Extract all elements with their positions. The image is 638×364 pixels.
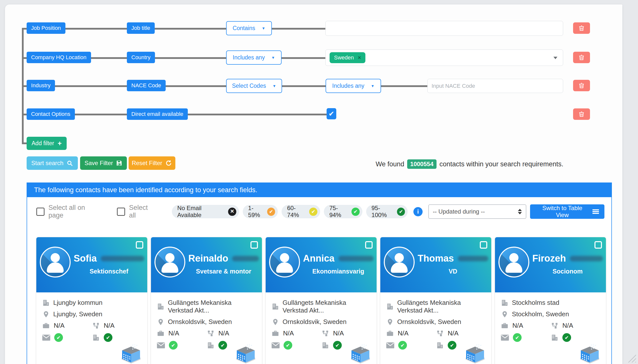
trash-icon [578, 54, 585, 61]
building-icon [42, 299, 50, 306]
select-all-on-page-label: Select all on page [49, 204, 101, 219]
contact-head-text: Sofia Sektionschef [74, 253, 144, 275]
company-info-check-icon [562, 333, 571, 342]
briefcase-icon [42, 322, 50, 330]
pill-label: 60-74% [287, 205, 307, 218]
envelope-icon [501, 334, 509, 341]
resize-grip[interactable] [626, 352, 636, 362]
save-filter-button[interactable]: Save Filter [80, 156, 127, 170]
filter-field-job-title[interactable]: Job title [127, 22, 155, 34]
job-title-input[interactable] [325, 21, 563, 36]
switch-view-label: Switch to Table View [535, 205, 589, 218]
company-name: Ljungby kommun [53, 299, 103, 306]
info-icon[interactable]: i [413, 207, 422, 216]
filter-category-company-hq[interactable]: Company HQ Location [27, 52, 91, 63]
contact-count-badge: 1000554 [407, 159, 436, 169]
contact-card-header: Thomas VD [380, 237, 491, 292]
select-all-group[interactable]: Select all [117, 204, 156, 219]
building-icon [551, 334, 558, 341]
operator-dropdown-includes-any-2[interactable]: Includes any ▼ [326, 79, 381, 93]
delete-filter-button[interactable] [573, 108, 590, 120]
summary-prefix: We found [376, 160, 404, 168]
building-3d-icon [350, 344, 371, 364]
pill-no-email-available[interactable]: No Email Available [172, 205, 239, 218]
contact-select-checkbox[interactable] [136, 241, 143, 249]
contact-select-checkbox[interactable] [365, 241, 373, 249]
avatar [40, 247, 71, 278]
operator-label: Select Codes [232, 82, 266, 89]
select-all-on-page-checkbox[interactable] [36, 208, 45, 216]
chevron-down-icon: ▼ [271, 56, 275, 60]
contact-select-checkbox[interactable] [480, 241, 487, 249]
contact-select-checkbox[interactable] [594, 241, 602, 249]
envelope-icon [157, 342, 165, 348]
updated-during-select[interactable]: -- Updated during -- [428, 204, 526, 219]
pin-icon [386, 318, 394, 326]
pill-1-59[interactable]: 1-59% [243, 205, 278, 218]
add-filter-button[interactable]: Add filter + [27, 137, 67, 150]
select-all-checkbox[interactable] [117, 208, 125, 216]
seniority-value: N/A [54, 322, 65, 330]
filter-category-industry[interactable]: Industry [27, 80, 55, 91]
select-all-on-page-group[interactable]: Select all on page [36, 204, 101, 219]
tag-label: Sweden [334, 54, 354, 61]
start-search-button[interactable]: Start search [27, 156, 78, 170]
select-codes-dropdown[interactable]: Select Codes ▼ [226, 79, 282, 93]
department-value: N/A [104, 322, 114, 330]
briefcase-icon [501, 322, 508, 330]
email-available-check-icon [169, 341, 178, 350]
department-value: N/A [218, 330, 229, 337]
reset-filter-label: Reset Filter [132, 160, 162, 166]
contact-first-name: Thomas [418, 253, 454, 264]
contact-job-title: VD [418, 268, 488, 275]
building-icon [386, 303, 394, 310]
filter-category-contact-options[interactable]: Contact Options [27, 108, 75, 120]
pill-label: 95-100% [372, 205, 395, 218]
plus-icon: + [58, 140, 62, 148]
nace-code-input[interactable] [427, 79, 563, 93]
country-multiselect[interactable]: Sweden × [325, 50, 563, 66]
building-icon [501, 299, 508, 306]
trash-icon [578, 82, 585, 89]
remove-tag-icon[interactable]: × [358, 54, 361, 61]
check-circle-icon [351, 208, 359, 216]
direct-email-checkbox[interactable] [327, 108, 336, 119]
chevron-down-icon[interactable] [553, 57, 557, 59]
filter-category-job-position[interactable]: Job Position [27, 22, 66, 34]
pill-60-74[interactable]: 60-74% [282, 205, 320, 218]
pin-icon [157, 318, 164, 326]
pill-label: No Email Available [177, 205, 226, 218]
seniority-value: N/A [512, 322, 523, 330]
pill-95-100[interactable]: 95-100% [366, 205, 408, 218]
building-icon [157, 303, 164, 310]
filter-field-country[interactable]: Country [127, 52, 155, 63]
results-panel-header: The following contacts have been identif… [27, 183, 611, 197]
building-3d-icon [579, 344, 600, 364]
email-available-check-icon [398, 341, 407, 350]
building-3d-icon [235, 344, 256, 364]
delete-filter-button[interactable] [573, 80, 590, 91]
operator-dropdown-contains[interactable]: Contains ▼ [226, 21, 272, 35]
contact-name-row: Annica [303, 253, 374, 264]
summary-suffix: contacts within your search requirements… [439, 160, 563, 168]
avatar [384, 247, 415, 278]
contact-name-row: Thomas [418, 253, 488, 264]
company-name: Gullängets Mekaniska Verkstad Akt... [168, 299, 257, 314]
pin-icon [501, 310, 508, 318]
contact-select-checkbox[interactable] [251, 241, 258, 249]
selected-country-tag: Sweden × [330, 52, 365, 63]
switch-to-table-view-button[interactable]: Switch to Table View [530, 204, 604, 219]
operator-dropdown-includes-any[interactable]: Includes any ▼ [226, 50, 282, 65]
sitemap-icon [92, 322, 100, 330]
redacted-last-name [101, 256, 144, 261]
filter-field-nace-code[interactable]: NACE Code [127, 80, 166, 91]
delete-filter-button[interactable] [573, 52, 590, 63]
check-circle-icon [397, 208, 405, 216]
location: Stockholm, Sweden [512, 310, 569, 318]
filter-field-direct-email[interactable]: Direct email available [127, 108, 188, 120]
email-available-check-icon [513, 333, 522, 342]
reset-filter-button[interactable]: Reset Filter [129, 156, 175, 170]
delete-filter-button[interactable] [573, 22, 590, 34]
pill-75-94[interactable]: 75-94% [324, 205, 362, 218]
company-name: Gullängets Mekaniska Verkstad Akt... [397, 299, 486, 314]
